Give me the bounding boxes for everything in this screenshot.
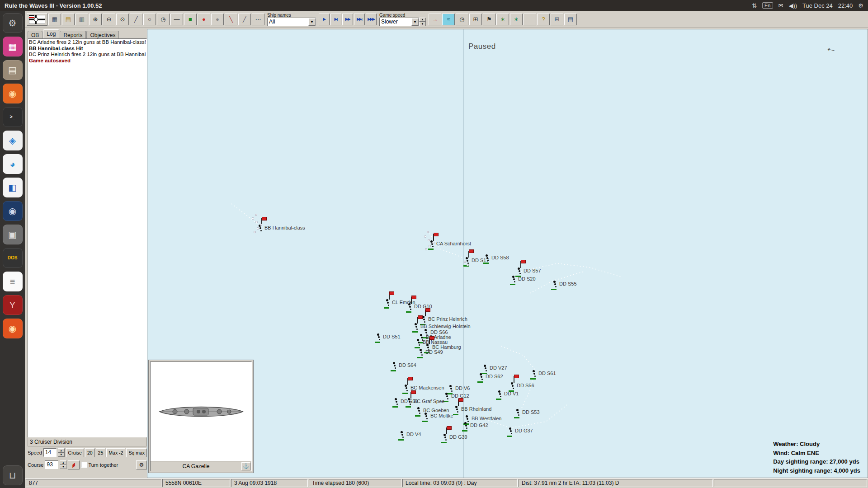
tray-date[interactable]: Tue Dec 24 — [802, 2, 833, 9]
chevron-down-icon[interactable]: ▼ — [411, 18, 419, 26]
spinner-down-icon[interactable]: ▼ — [419, 22, 426, 26]
zoom-out-button[interactable]: ⊖ — [103, 14, 115, 25]
dock-item-dosbox[interactable]: DOS — [3, 248, 23, 268]
signal-book-button[interactable]: ▥ — [75, 14, 88, 25]
ship-dot — [486, 257, 488, 259]
dock-item-archive[interactable]: ▣ — [3, 225, 23, 244]
playback-button-4[interactable]: ▶▶| — [354, 14, 365, 25]
save-button[interactable]: ▦ — [48, 14, 61, 25]
dock-item-software-updater[interactable]: ◈ — [3, 131, 23, 150]
dock-item-virtualbox[interactable]: ◧ — [3, 178, 23, 197]
speed-preset-25[interactable]: 25 — [96, 448, 106, 457]
log-notes-button[interactable]: ▤ — [62, 14, 75, 25]
signal-flags-button[interactable]: ⚑ — [483, 14, 495, 25]
dock-item-keyring[interactable]: ◉ — [3, 201, 23, 221]
spinner-up-icon[interactable]: ▲ — [60, 460, 66, 465]
turn-together-checkbox[interactable] — [81, 462, 87, 468]
nation-flag-button[interactable] — [27, 13, 47, 26]
log-list[interactable]: BC Ariadne fires 2 12in guns at BB Hanni… — [28, 38, 147, 437]
blank-button[interactable] — [524, 14, 536, 25]
volume-icon[interactable]: ◀)) — [788, 2, 797, 9]
ship-dot — [417, 339, 419, 341]
green-marker-button[interactable]: ■ — [184, 14, 197, 25]
selected-ship-name: CA Gazelle — [151, 463, 241, 469]
red-marker-button[interactable]: ● — [198, 14, 210, 25]
playback-button-1[interactable]: ▶ — [319, 14, 330, 25]
ship-dot — [421, 337, 423, 338]
tab-ob[interactable]: OB — [28, 31, 42, 38]
help-button[interactable]: ? — [537, 14, 550, 25]
screen-formation-button[interactable]: ∗ — [510, 14, 523, 25]
german-ensign-icon — [29, 15, 45, 24]
sighting-dot — [427, 231, 429, 233]
network-arrows-icon[interactable]: ⇅ — [752, 2, 757, 9]
ship-names-dropdown[interactable]: All ▼ — [267, 18, 316, 26]
speed-preset-max--2[interactable]: Max -2 — [106, 448, 125, 457]
speed-input[interactable]: 14 — [43, 448, 57, 457]
layers-button[interactable]: ⊞ — [469, 14, 482, 25]
dock-item-file-cabinet[interactable]: ▤ — [3, 60, 23, 80]
dock-item-remmina[interactable]: ◕ — [3, 154, 23, 174]
spinner-down-icon[interactable]: ▼ — [58, 453, 65, 457]
log-line: BC Ariadne fires 2 12in guns at BB Hanni… — [29, 39, 146, 46]
zoom-fit-button[interactable]: ⊙ — [116, 14, 129, 25]
map-surface[interactable]: BB Hannibal-classCA ScharnhorstDD S17DD … — [147, 29, 868, 478]
tab-reports[interactable]: Reports — [60, 31, 86, 38]
anchor-icon[interactable]: ⚓ — [241, 462, 250, 470]
session-gear-icon[interactable]: ⚙ — [858, 2, 863, 9]
chevron-down-icon[interactable]: ▼ — [308, 18, 316, 26]
spinner-down-icon[interactable]: ▼ — [60, 465, 66, 469]
ruler-button[interactable]: ╲ — [225, 14, 237, 25]
windows-button[interactable]: ⊞ — [551, 14, 563, 25]
playback-button-2[interactable]: ▶| — [330, 14, 341, 25]
dock-item-menu[interactable]: ⚙ — [3, 13, 23, 33]
sea-view-button[interactable]: ≈ — [442, 14, 455, 25]
division-flag-icon — [514, 375, 519, 378]
dock-item-terminal[interactable]: >_ — [3, 107, 23, 127]
playback-button-5[interactable]: ▶▶▶ — [366, 14, 377, 25]
grey-marker-button[interactable]: ● — [211, 14, 224, 25]
ship-dot — [456, 408, 458, 410]
minus-tool-button[interactable]: — — [170, 14, 183, 25]
speed-preset-sq-max[interactable]: Sq max — [126, 448, 147, 457]
tray-time[interactable]: 22:40 — [838, 2, 853, 9]
division-settings-button[interactable]: ⚙ — [136, 460, 147, 469]
time-tool-button[interactable]: ◷ — [157, 14, 170, 25]
speed-indicator — [441, 442, 447, 443]
end-turn-button[interactable]: → — [429, 14, 441, 25]
formation-button[interactable]: ∗ — [496, 14, 509, 25]
ship-dot — [408, 398, 410, 400]
tab-log[interactable]: Log — [43, 29, 59, 38]
dock-item-browser-orange[interactable]: ◉ — [3, 319, 23, 338]
course-input[interactable]: 93 — [45, 460, 58, 469]
dock-item-software-center[interactable]: ▦ — [3, 37, 23, 56]
ship-top-view — [151, 362, 251, 461]
ship-dot — [409, 306, 411, 308]
playback-button-3[interactable]: ▶▶ — [342, 14, 353, 25]
speed-preset-20[interactable]: 20 — [85, 448, 95, 457]
dock-item-wine[interactable]: Y — [3, 295, 23, 315]
ship-label: DD S61 — [538, 371, 556, 376]
print-button[interactable]: ▤ — [564, 14, 577, 25]
spinner-up-icon[interactable]: ▲ — [58, 448, 65, 453]
keyboard-layout-indicator[interactable]: En — [762, 2, 773, 9]
heading-compass-button[interactable]: ◆ — [68, 460, 80, 469]
dock-item-trash[interactable]: ⊔ — [3, 465, 23, 485]
dock-item-text-editor[interactable]: ≡ — [3, 272, 23, 291]
tab-objectives[interactable]: Objectives — [86, 31, 119, 38]
pencil-button[interactable]: ╱ — [238, 14, 251, 25]
zoom-in-button[interactable]: ⊕ — [89, 14, 102, 25]
game-speed-spinner: ▲ ▼ — [419, 18, 426, 26]
line-tool-button[interactable]: ╱ — [130, 14, 142, 25]
ship-label: DD V4 — [406, 432, 421, 437]
dotted-line-button[interactable]: ⋯ — [252, 14, 264, 25]
clock-button[interactable]: ◷ — [456, 14, 468, 25]
speed-preset-cruise[interactable]: Cruise — [66, 448, 84, 457]
game-speed-dropdown[interactable]: Slower ▼ — [379, 18, 419, 26]
spinner-up-icon[interactable]: ▲ — [419, 18, 426, 22]
mail-icon[interactable]: ✉ — [778, 2, 783, 9]
range-circle-button[interactable]: ○ — [143, 14, 156, 25]
ship-label: DD S62 — [486, 374, 503, 379]
course-spinner: ▲ ▼ — [60, 460, 66, 469]
dock-item-firefox[interactable]: ◉ — [3, 84, 23, 103]
